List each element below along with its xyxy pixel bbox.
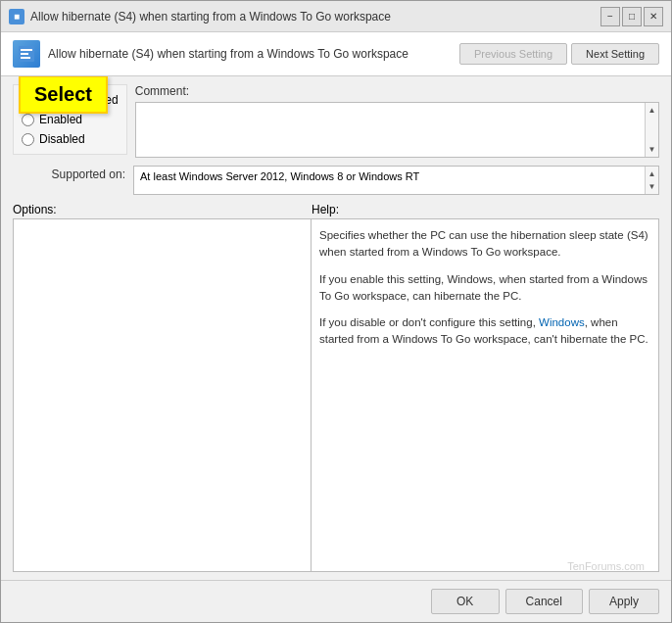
- help-inner: Specifies whether the PC can use the hib…: [312, 219, 658, 571]
- comment-scroll-down[interactable]: ▼: [647, 143, 658, 156]
- help-label: Help:: [312, 203, 339, 216]
- radio-disabled[interactable]: Disabled: [22, 132, 119, 146]
- comment-box-wrapper: ▲ ▼: [135, 102, 659, 158]
- options-inner: [14, 219, 311, 571]
- apply-button[interactable]: Apply: [589, 589, 659, 614]
- nav-buttons: Previous Setting Next Setting: [459, 43, 659, 65]
- top-row: Select Not Configured Enabled Disabled C…: [13, 84, 659, 158]
- comment-scrollbar: ▲ ▼: [645, 103, 658, 157]
- cancel-button[interactable]: Cancel: [505, 589, 583, 614]
- supported-scroll-up[interactable]: ▲: [647, 168, 658, 180]
- enabled-label: Enabled: [39, 113, 82, 126]
- help-para-1: Specifies whether the PC can use the hib…: [319, 227, 650, 262]
- help-para-3-text-1: If you disable or don't configure this s…: [319, 316, 539, 328]
- prev-setting-button[interactable]: Previous Setting: [459, 43, 567, 65]
- supported-box: At least Windows Server 2012, Windows 8 …: [133, 166, 659, 195]
- title-bar: ■ Allow hibernate (S4) when starting fro…: [1, 1, 671, 32]
- comment-section: Comment: ▲ ▼: [135, 84, 659, 158]
- options-label: Options:: [13, 203, 57, 216]
- radio-enabled[interactable]: Enabled: [22, 113, 119, 126]
- comment-textarea[interactable]: [136, 103, 645, 157]
- panel-labels: Options: Help:: [13, 203, 659, 216]
- next-setting-button[interactable]: Next Setting: [571, 43, 659, 65]
- window-controls: − □ ✕: [600, 7, 663, 26]
- supported-scrollbar: ▲ ▼: [645, 167, 658, 194]
- close-button[interactable]: ✕: [644, 7, 663, 26]
- panels-row: Specifies whether the PC can use the hib…: [13, 218, 659, 572]
- supported-text: At least Windows Server 2012, Windows 8 …: [134, 167, 645, 194]
- help-para-3: If you disable or don't configure this s…: [319, 314, 650, 349]
- select-callout: Select: [19, 76, 108, 114]
- title-bar-left: ■ Allow hibernate (S4) when starting fro…: [9, 9, 391, 24]
- main-window: ■ Allow hibernate (S4) when starting fro…: [0, 0, 672, 623]
- supported-label: Supported on:: [13, 166, 125, 181]
- svg-rect-2: [21, 53, 28, 55]
- comment-scroll-up[interactable]: ▲: [647, 104, 658, 117]
- radio-panel: Select Not Configured Enabled Disabled: [13, 84, 127, 155]
- radio-disabled-input[interactable]: [22, 133, 34, 146]
- app-icon: ■: [9, 9, 24, 24]
- help-windows-link: Windows: [539, 316, 585, 328]
- header-title-group: Allow hibernate (S4) when starting from …: [13, 40, 408, 68]
- ok-button[interactable]: OK: [431, 589, 500, 614]
- window-title: Allow hibernate (S4) when starting from …: [30, 10, 391, 24]
- bottom-bar: TenForums.com OK Cancel Apply: [1, 580, 671, 622]
- help-panel: Specifies whether the PC can use the hib…: [312, 218, 659, 572]
- svg-rect-3: [21, 57, 30, 59]
- content-area: Select Not Configured Enabled Disabled C…: [1, 76, 671, 580]
- help-para-2: If you enable this setting, Windows, whe…: [319, 271, 650, 306]
- maximize-button[interactable]: □: [622, 7, 642, 26]
- svg-rect-1: [21, 49, 32, 51]
- supported-row: Supported on: At least Windows Server 20…: [13, 166, 659, 195]
- header-text: Allow hibernate (S4) when starting from …: [48, 47, 408, 61]
- radio-enabled-input[interactable]: [22, 114, 34, 126]
- minimize-button[interactable]: −: [600, 7, 620, 26]
- disabled-label: Disabled: [39, 132, 85, 146]
- comment-label: Comment:: [135, 84, 659, 98]
- supported-scroll-down[interactable]: ▼: [647, 180, 658, 193]
- header-section: Allow hibernate (S4) when starting from …: [1, 32, 671, 76]
- options-panel: [13, 218, 312, 572]
- policy-icon: [13, 40, 40, 68]
